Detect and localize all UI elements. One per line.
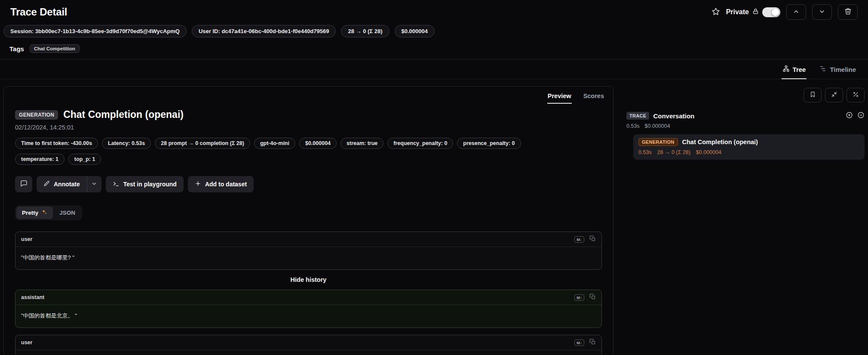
message-content: "中国的首都是北京。 ": [15, 305, 601, 327]
message-tools: M↓: [574, 235, 596, 243]
tab-preview[interactable]: Preview: [547, 90, 572, 104]
tab-tree[interactable]: Tree: [782, 59, 807, 79]
message-header: user M↓: [15, 232, 601, 247]
percent-icon: [853, 91, 859, 99]
bookmark-star-button[interactable]: [712, 7, 720, 17]
message-user-1: user M↓ "中国的首都是哪里? ": [15, 232, 602, 270]
format-toggle: Pretty JSON: [15, 205, 82, 220]
trace-root-node[interactable]: TRACE Conversation: [626, 111, 865, 120]
tab-scores[interactable]: Scores: [583, 90, 604, 104]
trace-detail-page: Trace Detail Private: [0, 0, 868, 355]
pill-frequency-penalty: frequency_penalty: 0: [387, 138, 453, 149]
markdown-toggle-icon[interactable]: M↓: [574, 340, 584, 346]
playground-label: Test in playground: [123, 181, 177, 188]
user-id-badge[interactable]: User ID: dc47a41e-06bc-400d-bde1-f0e440d…: [192, 25, 336, 37]
add-to-dataset-button[interactable]: Add to dataset: [188, 176, 254, 192]
trace-name: Conversation: [653, 112, 694, 120]
observation-timestamp: 02/12/2024, 14:25:01: [15, 124, 602, 131]
pill-cost: $0.000004: [299, 138, 337, 149]
generation-cost: $0.000004: [696, 149, 721, 155]
copy-icon: [589, 339, 596, 346]
generation-type-badge: GENERATION: [15, 110, 58, 120]
annotate-split-button: Annotate: [37, 176, 101, 192]
message-content: "中国的首都是哪里? ": [15, 247, 601, 269]
message-header: assistant M↓: [15, 290, 601, 305]
show-metrics-button[interactable]: [847, 88, 865, 102]
pill-time-to-first-token: Time to first token: -430.00s: [15, 138, 98, 149]
observation-card: Preview Scores GENERATION Chat Completio…: [3, 86, 613, 355]
trace-latency: 0.53s: [626, 123, 640, 129]
minus-circle-icon: [857, 111, 865, 120]
annotate-dropdown-button[interactable]: [87, 176, 101, 192]
collapse-all-button[interactable]: [825, 88, 843, 102]
tree-icon: [782, 65, 790, 74]
sparkles-icon: [41, 209, 47, 216]
add-to-dataset-label: Add to dataset: [205, 181, 247, 188]
pill-stream: stream: true: [340, 138, 383, 149]
topbar-actions: Private: [712, 4, 858, 20]
json-toggle[interactable]: JSON: [54, 207, 81, 219]
view-tabs: Tree Timeline: [0, 59, 868, 79]
public-toggle[interactable]: [762, 7, 780, 17]
message-role: user: [21, 236, 32, 242]
generation-latency: 0.53s: [638, 149, 652, 155]
copy-icon: [589, 235, 596, 243]
session-badge[interactable]: Session: 3bb00ec7-1b13-4c9b-85ee-3d9d70f…: [3, 25, 187, 37]
annotation-queue-button[interactable]: [804, 88, 822, 102]
tab-timeline-label: Timeline: [830, 66, 856, 73]
markdown-toggle-icon[interactable]: M↓: [574, 236, 584, 243]
pill-model[interactable]: gpt-4o-mini: [254, 138, 295, 149]
tree-toolbar: [626, 88, 865, 102]
test-in-playground-button[interactable]: Test in playground: [106, 176, 184, 192]
annotate-button[interactable]: Annotate: [37, 176, 87, 192]
plus-icon: [195, 180, 201, 188]
tab-tree-label: Tree: [793, 66, 806, 73]
collapse-node-button[interactable]: [857, 111, 865, 120]
markdown-toggle-icon[interactable]: M↓: [574, 294, 584, 301]
trace-tree-panel: TRACE Conversation 0.53s: [626, 86, 865, 160]
main-content: Preview Scores GENERATION Chat Completio…: [0, 79, 868, 355]
message-tools: M↓: [574, 293, 596, 301]
previous-trace-button[interactable]: [786, 4, 806, 20]
tags-label: Tags: [9, 45, 24, 52]
generation-node-badge: GENERATION: [638, 138, 678, 146]
trace-row-icons: [846, 111, 865, 120]
trash-icon: [844, 8, 852, 16]
pretty-label: Pretty: [22, 210, 38, 216]
expand-all-button[interactable]: [846, 111, 853, 120]
trace-meta-row: Session: 3bb00ec7-1b13-4c9b-85ee-3d9d70f…: [0, 23, 868, 37]
copy-button[interactable]: [589, 235, 596, 243]
messages-list: user M↓ "中国的首都是哪里? ": [15, 232, 602, 355]
message-header: user M↓: [15, 335, 601, 350]
copy-button[interactable]: [589, 293, 596, 301]
observation-tabs: Preview Scores: [4, 86, 613, 104]
pill-latency: Latency: 0.53s: [102, 138, 151, 149]
observation-pills: Time to first token: -430.00s Latency: 0…: [15, 138, 527, 165]
chevron-up-icon: [793, 8, 800, 16]
observation-title: Chat Completion (openai): [63, 109, 184, 120]
pretty-toggle[interactable]: Pretty: [16, 207, 53, 219]
message-content: "谢谢": [15, 350, 601, 355]
chevron-down-icon: [819, 8, 825, 16]
copy-button[interactable]: [589, 339, 596, 346]
generation-tree-node[interactable]: GENERATION Chat Completion (openai) 0.53…: [633, 134, 865, 160]
comments-button[interactable]: [15, 176, 32, 192]
next-trace-button[interactable]: [812, 4, 832, 20]
pill-token-usage: 28 prompt → 0 completion (Σ 28): [155, 138, 250, 149]
delete-trace-button[interactable]: [838, 4, 858, 20]
pill-temperature: temperature: 1: [15, 154, 64, 165]
tag-chip[interactable]: Chat Competition: [30, 44, 80, 53]
json-label: JSON: [59, 210, 75, 216]
pill-top-p: top_p: 1: [68, 154, 101, 165]
hide-history-button[interactable]: Hide history: [15, 276, 602, 283]
message-user-2: user M↓ "谢谢": [15, 335, 602, 355]
generation-node-title: Chat Completion (openai): [682, 139, 758, 145]
message-assistant: assistant M↓ "中国的首都是北京。 ": [15, 290, 602, 328]
tab-timeline[interactable]: Timeline: [819, 59, 857, 79]
plus-circle-icon: [846, 111, 853, 120]
chat-bubble-icon: [20, 180, 28, 188]
copy-icon: [589, 293, 596, 301]
cost-badge: $0.000004: [395, 25, 435, 37]
page-title: Trace Detail: [10, 6, 67, 18]
privacy-control: Private: [726, 7, 780, 17]
